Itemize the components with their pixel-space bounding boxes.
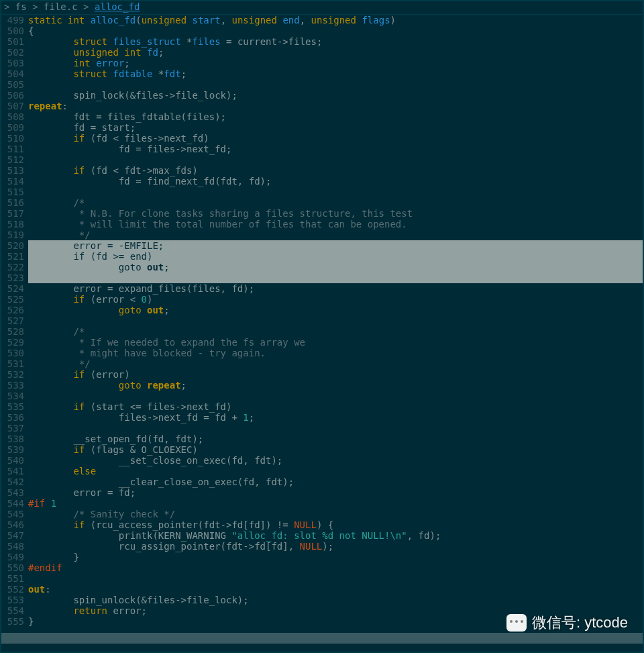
code-content[interactable]: if (fd >= end)	[28, 251, 643, 262]
code-line[interactable]: 516 /*	[1, 197, 643, 208]
code-content[interactable]: /*	[28, 197, 643, 208]
code-content[interactable]: files->next_fd = fd + 1;	[28, 412, 643, 423]
code-content[interactable]: out:	[28, 584, 643, 595]
code-line[interactable]: 524 error = expand_files(files, fd);	[1, 283, 643, 294]
code-content[interactable]: fd = start;	[28, 122, 643, 133]
code-line[interactable]: 513 if (fd < fdt->max_fds)	[1, 165, 643, 176]
code-content[interactable]: /* Sanity check */	[28, 509, 643, 519]
code-line[interactable]: 531 */	[1, 358, 643, 369]
code-content[interactable]: __clear_close_on_exec(fd, fdt);	[28, 476, 643, 487]
code-line[interactable]: 537	[1, 423, 643, 434]
code-content[interactable]: goto out;	[28, 262, 643, 272]
code-content[interactable]: fd = find_next_fd(fdt, fd);	[28, 176, 643, 187]
code-content[interactable]: /*	[28, 326, 643, 337]
code-content[interactable]: unsigned int fd;	[28, 47, 643, 58]
code-line[interactable]: 529 * If we needed to expand the fs arra…	[1, 337, 643, 348]
code-content[interactable]: goto out;	[28, 305, 643, 315]
code-line[interactable]: 512	[1, 154, 643, 165]
code-line[interactable]: 519 */	[1, 230, 643, 240]
code-line[interactable]: 552out:	[1, 584, 643, 595]
code-line[interactable]: 535 if (start <= files->next_fd)	[1, 401, 643, 412]
breadcrumb-seg-1[interactable]: fs	[15, 1, 27, 12]
code-content[interactable]: error = expand_files(files, fd);	[28, 283, 643, 294]
code-content[interactable]: {	[28, 26, 643, 36]
code-content[interactable]: if (rcu_access_pointer(fdt->fd[fd]) != N…	[28, 519, 643, 530]
code-line[interactable]: 501 struct files_struct *files = current…	[1, 36, 643, 47]
code-content[interactable]: printk(KERN_WARNING "alloc_fd: slot %d n…	[28, 530, 643, 541]
code-content[interactable]	[28, 315, 643, 326]
code-line[interactable]: 505	[1, 79, 643, 90]
code-content[interactable]	[28, 272, 643, 283]
code-line[interactable]: 522 goto out;	[1, 262, 643, 272]
code-content[interactable]: error = -EMFILE;	[28, 240, 643, 251]
code-line[interactable]: 527	[1, 315, 643, 326]
code-line[interactable]: 530 * might have blocked - try again.	[1, 348, 643, 358]
code-content[interactable]	[28, 187, 643, 197]
breadcrumb-seg-3[interactable]: alloc_fd	[95, 1, 140, 12]
code-line[interactable]: 534	[1, 391, 643, 401]
code-content[interactable]: repeat:	[28, 101, 643, 111]
code-content[interactable]: * If we needed to expand the fs array we	[28, 337, 643, 348]
code-line[interactable]: 520 error = -EMFILE;	[1, 240, 643, 251]
code-line[interactable]: 545 /* Sanity check */	[1, 509, 643, 519]
code-content[interactable]: spin_unlock(&files->file_lock);	[28, 595, 643, 605]
code-content[interactable]: error = fd;	[28, 487, 643, 498]
code-content[interactable]: * might have blocked - try again.	[28, 348, 643, 358]
code-content[interactable]: struct files_struct *files = current->fi…	[28, 36, 643, 47]
code-line[interactable]: 514 fd = find_next_fd(fdt, fd);	[1, 176, 643, 187]
code-line[interactable]: 547 printk(KERN_WARNING "alloc_fd: slot …	[1, 530, 643, 541]
code-content[interactable]: int error;	[28, 58, 643, 68]
code-content[interactable]: struct fdtable *fdt;	[28, 68, 643, 79]
code-line[interactable]: 549 }	[1, 552, 643, 562]
code-content[interactable]: if (start <= files->next_fd)	[28, 401, 643, 412]
code-line[interactable]: 508 fdt = files_fdtable(files);	[1, 111, 643, 122]
code-line[interactable]: 533 goto repeat;	[1, 380, 643, 391]
code-content[interactable]: * N.B. For clone tasks sharing a files s…	[28, 208, 643, 219]
code-line[interactable]: 511 fd = files->next_fd;	[1, 144, 643, 154]
code-content[interactable]: */	[28, 230, 643, 240]
code-line[interactable]: 541 else	[1, 466, 643, 476]
code-content[interactable]: else	[28, 466, 643, 476]
code-content[interactable]	[28, 79, 643, 90]
code-line[interactable]: 518 * will limit the total number of fil…	[1, 219, 643, 230]
code-line[interactable]: 540 __set_close_on_exec(fd, fdt);	[1, 455, 643, 466]
code-editor[interactable]: 499static int alloc_fd(unsigned start, u…	[1, 15, 643, 627]
code-line[interactable]: 515	[1, 187, 643, 197]
code-content[interactable]: static int alloc_fd(unsigned start, unsi…	[28, 15, 643, 26]
code-content[interactable]	[28, 154, 643, 165]
code-line[interactable]: 504 struct fdtable *fdt;	[1, 68, 643, 79]
code-content[interactable]: spin_lock(&files->file_lock);	[28, 90, 643, 101]
code-line[interactable]: 548 rcu_assign_pointer(fdt->fd[fd], NULL…	[1, 541, 643, 552]
code-content[interactable]	[28, 391, 643, 401]
code-line[interactable]: 521 if (fd >= end)	[1, 251, 643, 262]
code-content[interactable]	[28, 573, 643, 584]
code-content[interactable]: if (error)	[28, 369, 643, 380]
code-line[interactable]: 510 if (fd < files->next_fd)	[1, 133, 643, 144]
code-line[interactable]: 526 goto out;	[1, 305, 643, 315]
code-line[interactable]: 507repeat:	[1, 101, 643, 111]
code-content[interactable]: rcu_assign_pointer(fdt->fd[fd], NULL);	[28, 541, 643, 552]
code-line[interactable]: 553 spin_unlock(&files->file_lock);	[1, 595, 643, 605]
code-line[interactable]: 525 if (error < 0)	[1, 294, 643, 305]
code-line[interactable]: 499static int alloc_fd(unsigned start, u…	[1, 15, 643, 26]
code-content[interactable]: __set_open_fd(fd, fdt);	[28, 434, 643, 444]
code-line[interactable]: 536 files->next_fd = fd + 1;	[1, 412, 643, 423]
code-line[interactable]: 509 fd = start;	[1, 122, 643, 133]
code-content[interactable]	[28, 423, 643, 434]
code-line[interactable]: 528 /*	[1, 326, 643, 337]
code-content[interactable]: goto repeat;	[28, 380, 643, 391]
code-content[interactable]: */	[28, 358, 643, 369]
code-content[interactable]: #endif	[28, 562, 643, 573]
code-line[interactable]: 500{	[1, 26, 643, 36]
breadcrumb-seg-2[interactable]: file.c	[44, 1, 78, 12]
code-content[interactable]: if (flags & O_CLOEXEC)	[28, 444, 643, 455]
code-line[interactable]: 542 __clear_close_on_exec(fd, fdt);	[1, 476, 643, 487]
code-line[interactable]: 517 * N.B. For clone tasks sharing a fil…	[1, 208, 643, 219]
code-line[interactable]: 550#endif	[1, 562, 643, 573]
code-content[interactable]: __set_close_on_exec(fd, fdt);	[28, 455, 643, 466]
code-content[interactable]: #if 1	[28, 498, 643, 509]
code-line[interactable]: 543 error = fd;	[1, 487, 643, 498]
code-line[interactable]: 523	[1, 272, 643, 283]
code-content[interactable]: if (fd < fdt->max_fds)	[28, 165, 643, 176]
code-content[interactable]: if (fd < files->next_fd)	[28, 133, 643, 144]
